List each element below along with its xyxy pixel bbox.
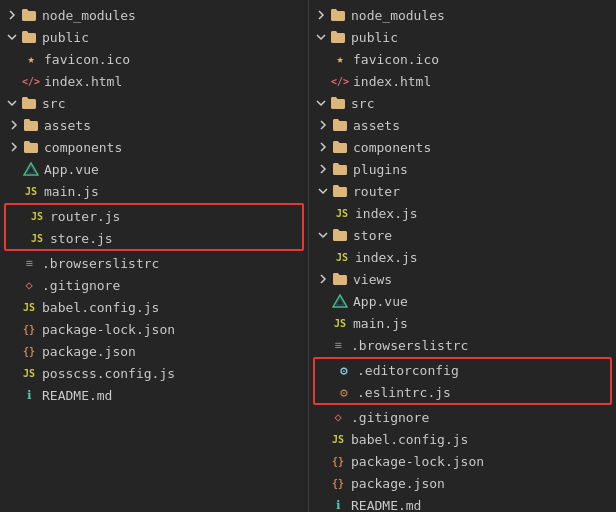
tree-item-router_index[interactable]: JSindex.js bbox=[309, 202, 616, 224]
js-icon: JS bbox=[20, 364, 38, 382]
tree-item-router_js[interactable]: JSrouter.js bbox=[6, 205, 302, 227]
tree-item-components[interactable]: components bbox=[309, 136, 616, 158]
item-label: src bbox=[351, 96, 612, 111]
git-icon: ◇ bbox=[20, 276, 38, 294]
tree-item-posscss[interactable]: JSposscss.config.js bbox=[0, 362, 308, 384]
tree-item-gitignore[interactable]: ◇.gitignore bbox=[309, 406, 616, 428]
folder-icon bbox=[331, 270, 349, 288]
item-label: .browserslistrc bbox=[351, 338, 612, 353]
tree-item-package_lock[interactable]: {}package-lock.json bbox=[309, 450, 616, 472]
arrow-down-icon bbox=[313, 29, 329, 45]
item-label: plugins bbox=[353, 162, 612, 177]
tree-item-components[interactable]: components bbox=[0, 136, 308, 158]
folder-icon bbox=[22, 116, 40, 134]
tree-item-main_js[interactable]: JSmain.js bbox=[0, 180, 308, 202]
arrow-right-icon bbox=[315, 117, 331, 133]
tree-item-app_vue[interactable]: App.vue bbox=[309, 290, 616, 312]
highlight-group: JSrouter.jsJSstore.js bbox=[4, 203, 304, 251]
item-label: public bbox=[351, 30, 612, 45]
folder-open-icon bbox=[331, 226, 349, 244]
item-label: favicon.ico bbox=[44, 52, 304, 67]
vue-icon bbox=[331, 292, 349, 310]
tree-item-assets[interactable]: assets bbox=[0, 114, 308, 136]
arrow-right-icon bbox=[6, 139, 22, 155]
left-panel: node_modules public★favicon.ico</>index.… bbox=[0, 0, 308, 512]
js-icon: JS bbox=[329, 430, 347, 448]
item-label: package.json bbox=[42, 344, 304, 359]
browsers-icon: ≡ bbox=[20, 254, 38, 272]
js-icon: JS bbox=[331, 314, 349, 332]
tree-item-gitignore[interactable]: ◇.gitignore bbox=[0, 274, 308, 296]
js-icon: JS bbox=[28, 207, 46, 225]
json-icon: {} bbox=[20, 320, 38, 338]
js-icon: JS bbox=[20, 298, 38, 316]
html-icon: </> bbox=[22, 72, 40, 90]
tree-item-public[interactable]: public bbox=[309, 26, 616, 48]
item-label: index.js bbox=[355, 250, 612, 265]
tree-item-src[interactable]: src bbox=[0, 92, 308, 114]
readme-icon: ℹ bbox=[329, 496, 347, 512]
item-label: store bbox=[353, 228, 612, 243]
tree-item-store[interactable]: store bbox=[309, 224, 616, 246]
tree-item-index_html[interactable]: </>index.html bbox=[309, 70, 616, 92]
tree-item-src[interactable]: src bbox=[309, 92, 616, 114]
folder-open-icon bbox=[331, 182, 349, 200]
tree-item-browserslistrc[interactable]: ≡.browserslistrc bbox=[0, 252, 308, 274]
item-label: babel.config.js bbox=[351, 432, 612, 447]
item-label: babel.config.js bbox=[42, 300, 304, 315]
item-label: main.js bbox=[44, 184, 304, 199]
item-label: posscss.config.js bbox=[42, 366, 304, 381]
js-icon: JS bbox=[22, 182, 40, 200]
item-label: router bbox=[353, 184, 612, 199]
tree-item-node_modules[interactable]: node_modules bbox=[309, 4, 616, 26]
arrow-right-icon bbox=[6, 117, 22, 133]
tree-item-package_lock[interactable]: {}package-lock.json bbox=[0, 318, 308, 340]
tree-item-editorconfig[interactable]: ⚙.editorconfig bbox=[315, 359, 610, 381]
tree-item-babel_config[interactable]: JSbabel.config.js bbox=[309, 428, 616, 450]
tree-item-main_js[interactable]: JSmain.js bbox=[309, 312, 616, 334]
tree-item-app_vue[interactable]: App.vue bbox=[0, 158, 308, 180]
js-icon: JS bbox=[333, 204, 351, 222]
browsers-icon: ≡ bbox=[329, 336, 347, 354]
tree-item-assets[interactable]: assets bbox=[309, 114, 616, 136]
tree-item-package_json[interactable]: {}package.json bbox=[0, 340, 308, 362]
tree-item-readme[interactable]: ℹREADME.md bbox=[309, 494, 616, 512]
js-icon: JS bbox=[333, 248, 351, 266]
vue-icon bbox=[22, 160, 40, 178]
arrow-right-icon bbox=[313, 7, 329, 23]
item-label: README.md bbox=[42, 388, 304, 403]
tree-item-store_index[interactable]: JSindex.js bbox=[309, 246, 616, 268]
tree-item-index_html[interactable]: </>index.html bbox=[0, 70, 308, 92]
js-icon: JS bbox=[28, 229, 46, 247]
folder-icon bbox=[329, 6, 347, 24]
arrow-down-icon bbox=[4, 29, 20, 45]
arrow-right-icon bbox=[315, 161, 331, 177]
item-label: components bbox=[353, 140, 612, 155]
tree-item-plugins[interactable]: plugins bbox=[309, 158, 616, 180]
tree-item-package_json[interactable]: {}package.json bbox=[309, 472, 616, 494]
eslint-icon: ⚙ bbox=[335, 383, 353, 401]
tree-item-node_modules[interactable]: node_modules bbox=[0, 4, 308, 26]
item-label: node_modules bbox=[351, 8, 612, 23]
tree-item-store_js[interactable]: JSstore.js bbox=[6, 227, 302, 249]
tree-item-readme[interactable]: ℹREADME.md bbox=[0, 384, 308, 406]
readme-icon: ℹ bbox=[20, 386, 38, 404]
tree-item-favicon[interactable]: ★favicon.ico bbox=[309, 48, 616, 70]
html-icon: </> bbox=[331, 72, 349, 90]
item-label: .gitignore bbox=[351, 410, 612, 425]
item-label: index.html bbox=[353, 74, 612, 89]
folder-icon bbox=[329, 94, 347, 112]
tree-item-router[interactable]: router bbox=[309, 180, 616, 202]
tree-item-babel_config[interactable]: JSbabel.config.js bbox=[0, 296, 308, 318]
tree-item-browserslistrc[interactable]: ≡.browserslistrc bbox=[309, 334, 616, 356]
item-label: package-lock.json bbox=[351, 454, 612, 469]
favicon-icon: ★ bbox=[331, 50, 349, 68]
tree-item-views[interactable]: views bbox=[309, 268, 616, 290]
tree-item-favicon[interactable]: ★favicon.ico bbox=[0, 48, 308, 70]
item-label: public bbox=[42, 30, 304, 45]
folder-icon bbox=[20, 28, 38, 46]
tree-item-eslintrc[interactable]: ⚙.eslintrc.js bbox=[315, 381, 610, 403]
item-label: assets bbox=[353, 118, 612, 133]
arrow-down-icon bbox=[4, 95, 20, 111]
tree-item-public[interactable]: public bbox=[0, 26, 308, 48]
